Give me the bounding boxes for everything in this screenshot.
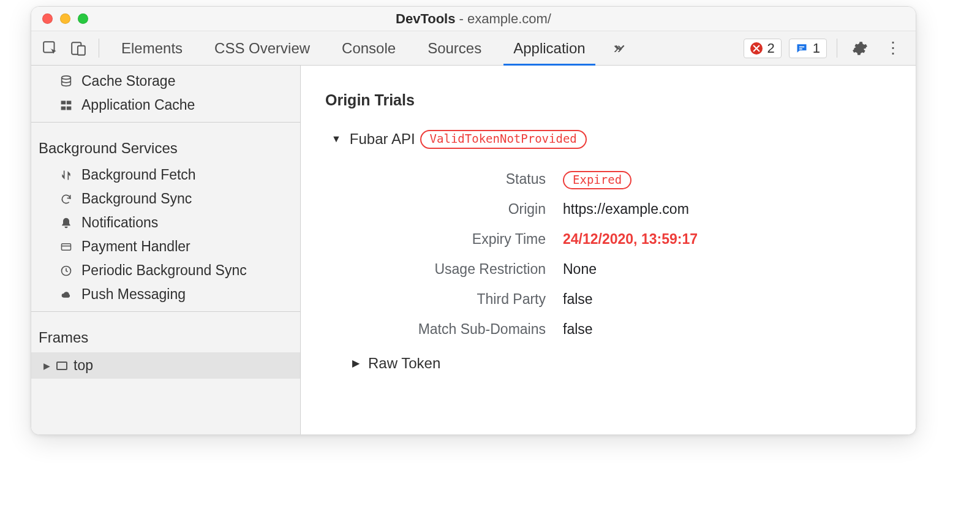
fetch-icon bbox=[58, 169, 74, 181]
field-label-expiry: Expiry Time bbox=[362, 231, 546, 248]
status-chip: Expired bbox=[563, 171, 631, 189]
title-app: DevTools bbox=[396, 11, 455, 26]
sidebar-heading-background-services: Background Services bbox=[31, 127, 300, 163]
errors-badge[interactable]: 2 bbox=[744, 39, 782, 58]
svg-point-5 bbox=[62, 75, 71, 78]
more-options-button[interactable]: ⋮ bbox=[876, 31, 911, 65]
settings-button[interactable] bbox=[843, 31, 876, 65]
field-value-status: Expired bbox=[563, 171, 899, 188]
tab-application[interactable]: Application bbox=[497, 31, 601, 65]
status-badges: 2 1 bbox=[744, 31, 831, 65]
svg-rect-8 bbox=[61, 106, 66, 110]
sidebar-item-label: Background Sync bbox=[81, 191, 192, 207]
title-sep: - bbox=[455, 11, 467, 26]
zoom-window-button[interactable] bbox=[78, 13, 88, 24]
raw-token-label: Raw Token bbox=[368, 355, 440, 372]
inspect-element-button[interactable] bbox=[36, 31, 64, 65]
sidebar-item-periodic-background-sync[interactable]: Periodic Background Sync bbox=[31, 259, 300, 282]
toggle-device-toolbar-button[interactable] bbox=[64, 31, 92, 65]
cloud-icon bbox=[58, 290, 74, 300]
field-value-origin: https://example.com bbox=[563, 201, 899, 218]
issues-badge[interactable]: 1 bbox=[789, 39, 827, 58]
disclosure-triangle-icon[interactable]: ▼ bbox=[331, 134, 341, 145]
svg-rect-4 bbox=[799, 48, 802, 50]
devtools-window: DevTools - example.com/ Elements CSS Ove… bbox=[31, 6, 916, 435]
disclosure-triangle-icon[interactable]: ▶ bbox=[352, 357, 360, 369]
field-value-third-party: false bbox=[563, 291, 899, 308]
panel-tabs: Elements CSS Overview Console Sources Ap… bbox=[105, 31, 601, 65]
tab-sources[interactable]: Sources bbox=[412, 31, 497, 65]
svg-rect-3 bbox=[799, 46, 804, 47]
tab-console[interactable]: Console bbox=[326, 31, 412, 65]
sidebar-item-notifications[interactable]: Notifications bbox=[31, 211, 300, 235]
sidebar-item-label: Application Cache bbox=[81, 97, 195, 113]
trial-status-chip: ValidTokenNotProvided bbox=[420, 130, 587, 149]
grid-icon bbox=[58, 99, 74, 112]
window-controls bbox=[42, 13, 88, 24]
field-value-usage: None bbox=[563, 261, 899, 278]
frame-label: top bbox=[74, 357, 93, 374]
svg-rect-6 bbox=[61, 100, 66, 104]
sidebar-item-payment-handler[interactable]: Payment Handler bbox=[31, 235, 300, 259]
field-label-usage: Usage Restriction bbox=[362, 261, 546, 278]
sidebar-item-label: Notifications bbox=[81, 214, 158, 231]
sync-icon bbox=[58, 193, 74, 205]
field-label-sub-domains: Match Sub-Domains bbox=[362, 321, 546, 338]
sidebar-item-background-fetch[interactable]: Background Fetch bbox=[31, 163, 300, 187]
credit-card-icon bbox=[58, 241, 74, 252]
titlebar: DevTools - example.com/ bbox=[31, 7, 916, 31]
sidebar-item-frame-top[interactable]: ▶ top bbox=[31, 352, 300, 379]
database-icon bbox=[58, 75, 74, 88]
sidebar-item-cache-storage[interactable]: Cache Storage bbox=[31, 69, 300, 93]
window-title: DevTools - example.com/ bbox=[31, 11, 916, 27]
tab-elements[interactable]: Elements bbox=[105, 31, 198, 65]
sidebar-divider bbox=[31, 122, 300, 123]
field-value-expiry: 24/12/2020, 13:59:17 bbox=[563, 231, 899, 248]
error-icon bbox=[750, 42, 763, 55]
svg-rect-2 bbox=[78, 45, 85, 55]
sidebar-item-background-sync[interactable]: Background Sync bbox=[31, 187, 300, 211]
section-title: Origin Trials bbox=[325, 91, 899, 109]
frame-icon bbox=[56, 362, 67, 370]
svg-rect-10 bbox=[62, 243, 71, 250]
field-label-status: Status bbox=[362, 171, 546, 188]
sidebar-heading-frames: Frames bbox=[31, 317, 300, 352]
sidebar-item-label: Periodic Background Sync bbox=[81, 262, 247, 279]
disclosure-triangle-icon[interactable]: ▶ bbox=[43, 361, 50, 371]
origin-trial-row[interactable]: ▼ Fubar API ValidTokenNotProvided bbox=[331, 130, 899, 149]
issues-icon bbox=[796, 42, 808, 55]
field-label-origin: Origin bbox=[362, 201, 546, 218]
main-panel: Origin Trials ▼ Fubar API ValidTokenNotP… bbox=[301, 66, 916, 434]
title-url: example.com/ bbox=[467, 11, 551, 26]
toolbar-separator-2 bbox=[837, 39, 837, 58]
application-sidebar: Cache Storage Application Cache Backgrou… bbox=[31, 66, 301, 434]
sidebar-item-label: Cache Storage bbox=[81, 73, 175, 89]
svg-rect-7 bbox=[67, 100, 72, 104]
sidebar-item-label: Background Fetch bbox=[81, 167, 196, 183]
devtools-toolbar: Elements CSS Overview Console Sources Ap… bbox=[31, 31, 916, 66]
issues-count: 1 bbox=[813, 40, 820, 56]
sidebar-item-application-cache[interactable]: Application Cache bbox=[31, 93, 300, 117]
field-label-third-party: Third Party bbox=[362, 291, 546, 308]
more-tabs-button[interactable]: » bbox=[601, 31, 633, 65]
bell-icon bbox=[58, 217, 74, 229]
minimize-window-button[interactable] bbox=[60, 13, 70, 24]
toolbar-separator bbox=[99, 39, 99, 58]
raw-token-row[interactable]: ▶ Raw Token bbox=[352, 355, 899, 372]
errors-count: 2 bbox=[767, 40, 775, 56]
tab-css-overview[interactable]: CSS Overview bbox=[198, 31, 326, 65]
field-value-sub-domains: false bbox=[563, 321, 899, 338]
sidebar-item-label: Payment Handler bbox=[81, 238, 190, 255]
svg-rect-9 bbox=[67, 106, 72, 110]
clock-icon bbox=[58, 265, 74, 277]
trial-name: Fubar API bbox=[350, 131, 415, 148]
sidebar-divider-2 bbox=[31, 311, 300, 312]
sidebar-item-push-messaging[interactable]: Push Messaging bbox=[31, 282, 300, 306]
sidebar-item-label: Push Messaging bbox=[81, 286, 186, 303]
close-window-button[interactable] bbox=[42, 13, 53, 24]
trial-details: Status Expired Origin https://example.co… bbox=[362, 171, 899, 338]
